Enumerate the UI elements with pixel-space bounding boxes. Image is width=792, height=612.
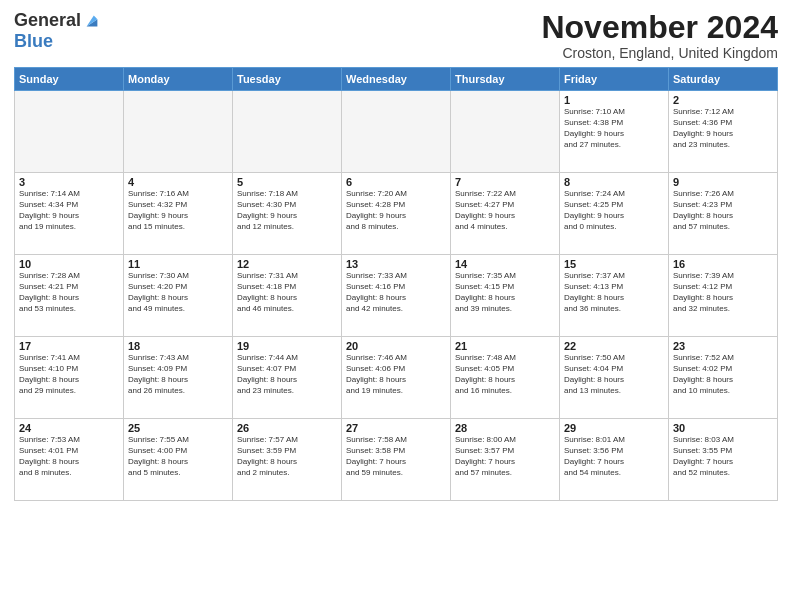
logo-icon <box>83 12 101 30</box>
day-cell-2-2: 12Sunrise: 7:31 AM Sunset: 4:18 PM Dayli… <box>233 255 342 337</box>
day-cell-0-1 <box>124 91 233 173</box>
day-number-2-6: 16 <box>673 258 773 270</box>
day-number-4-1: 25 <box>128 422 228 434</box>
day-cell-3-1: 18Sunrise: 7:43 AM Sunset: 4:09 PM Dayli… <box>124 337 233 419</box>
day-number-2-1: 11 <box>128 258 228 270</box>
day-info-4-1: Sunrise: 7:55 AM Sunset: 4:00 PM Dayligh… <box>128 435 228 478</box>
day-cell-0-3 <box>342 91 451 173</box>
day-number-2-4: 14 <box>455 258 555 270</box>
day-info-3-2: Sunrise: 7:44 AM Sunset: 4:07 PM Dayligh… <box>237 353 337 396</box>
day-number-2-3: 13 <box>346 258 446 270</box>
day-info-0-6: Sunrise: 7:12 AM Sunset: 4:36 PM Dayligh… <box>673 107 773 150</box>
day-number-3-5: 22 <box>564 340 664 352</box>
day-cell-1-4: 7Sunrise: 7:22 AM Sunset: 4:27 PM Daylig… <box>451 173 560 255</box>
day-cell-1-1: 4Sunrise: 7:16 AM Sunset: 4:32 PM Daylig… <box>124 173 233 255</box>
day-number-2-5: 15 <box>564 258 664 270</box>
month-title: November 2024 <box>541 10 778 45</box>
week-row-0: 1Sunrise: 7:10 AM Sunset: 4:38 PM Daylig… <box>15 91 778 173</box>
day-number-4-0: 24 <box>19 422 119 434</box>
day-cell-0-6: 2Sunrise: 7:12 AM Sunset: 4:36 PM Daylig… <box>669 91 778 173</box>
day-number-3-6: 23 <box>673 340 773 352</box>
logo-blue: Blue <box>14 31 53 52</box>
day-info-2-2: Sunrise: 7:31 AM Sunset: 4:18 PM Dayligh… <box>237 271 337 314</box>
day-number-4-5: 29 <box>564 422 664 434</box>
day-info-2-4: Sunrise: 7:35 AM Sunset: 4:15 PM Dayligh… <box>455 271 555 314</box>
day-cell-1-5: 8Sunrise: 7:24 AM Sunset: 4:25 PM Daylig… <box>560 173 669 255</box>
day-cell-2-6: 16Sunrise: 7:39 AM Sunset: 4:12 PM Dayli… <box>669 255 778 337</box>
day-info-3-4: Sunrise: 7:48 AM Sunset: 4:05 PM Dayligh… <box>455 353 555 396</box>
day-number-3-4: 21 <box>455 340 555 352</box>
day-cell-1-6: 9Sunrise: 7:26 AM Sunset: 4:23 PM Daylig… <box>669 173 778 255</box>
header: General Blue November 2024 Croston, Engl… <box>14 10 778 61</box>
header-monday: Monday <box>124 68 233 91</box>
day-cell-1-2: 5Sunrise: 7:18 AM Sunset: 4:30 PM Daylig… <box>233 173 342 255</box>
day-cell-4-2: 26Sunrise: 7:57 AM Sunset: 3:59 PM Dayli… <box>233 419 342 501</box>
day-cell-2-5: 15Sunrise: 7:37 AM Sunset: 4:13 PM Dayli… <box>560 255 669 337</box>
day-cell-1-0: 3Sunrise: 7:14 AM Sunset: 4:34 PM Daylig… <box>15 173 124 255</box>
day-cell-0-2 <box>233 91 342 173</box>
day-cell-0-4 <box>451 91 560 173</box>
day-cell-3-2: 19Sunrise: 7:44 AM Sunset: 4:07 PM Dayli… <box>233 337 342 419</box>
day-cell-3-3: 20Sunrise: 7:46 AM Sunset: 4:06 PM Dayli… <box>342 337 451 419</box>
week-row-2: 10Sunrise: 7:28 AM Sunset: 4:21 PM Dayli… <box>15 255 778 337</box>
day-info-1-2: Sunrise: 7:18 AM Sunset: 4:30 PM Dayligh… <box>237 189 337 232</box>
day-cell-4-0: 24Sunrise: 7:53 AM Sunset: 4:01 PM Dayli… <box>15 419 124 501</box>
day-info-2-6: Sunrise: 7:39 AM Sunset: 4:12 PM Dayligh… <box>673 271 773 314</box>
day-info-3-3: Sunrise: 7:46 AM Sunset: 4:06 PM Dayligh… <box>346 353 446 396</box>
day-cell-3-6: 23Sunrise: 7:52 AM Sunset: 4:02 PM Dayli… <box>669 337 778 419</box>
title-block: November 2024 Croston, England, United K… <box>541 10 778 61</box>
day-number-4-4: 28 <box>455 422 555 434</box>
day-cell-2-1: 11Sunrise: 7:30 AM Sunset: 4:20 PM Dayli… <box>124 255 233 337</box>
day-info-3-1: Sunrise: 7:43 AM Sunset: 4:09 PM Dayligh… <box>128 353 228 396</box>
day-cell-4-4: 28Sunrise: 8:00 AM Sunset: 3:57 PM Dayli… <box>451 419 560 501</box>
header-sunday: Sunday <box>15 68 124 91</box>
day-number-1-4: 7 <box>455 176 555 188</box>
page-container: General Blue November 2024 Croston, Engl… <box>0 0 792 612</box>
day-number-1-1: 4 <box>128 176 228 188</box>
day-cell-3-0: 17Sunrise: 7:41 AM Sunset: 4:10 PM Dayli… <box>15 337 124 419</box>
day-info-2-0: Sunrise: 7:28 AM Sunset: 4:21 PM Dayligh… <box>19 271 119 314</box>
header-tuesday: Tuesday <box>233 68 342 91</box>
day-info-2-5: Sunrise: 7:37 AM Sunset: 4:13 PM Dayligh… <box>564 271 664 314</box>
day-info-4-5: Sunrise: 8:01 AM Sunset: 3:56 PM Dayligh… <box>564 435 664 478</box>
day-cell-0-5: 1Sunrise: 7:10 AM Sunset: 4:38 PM Daylig… <box>560 91 669 173</box>
day-info-2-1: Sunrise: 7:30 AM Sunset: 4:20 PM Dayligh… <box>128 271 228 314</box>
header-saturday: Saturday <box>669 68 778 91</box>
day-info-3-5: Sunrise: 7:50 AM Sunset: 4:04 PM Dayligh… <box>564 353 664 396</box>
day-number-4-2: 26 <box>237 422 337 434</box>
week-row-4: 24Sunrise: 7:53 AM Sunset: 4:01 PM Dayli… <box>15 419 778 501</box>
day-info-4-0: Sunrise: 7:53 AM Sunset: 4:01 PM Dayligh… <box>19 435 119 478</box>
day-info-4-2: Sunrise: 7:57 AM Sunset: 3:59 PM Dayligh… <box>237 435 337 478</box>
header-friday: Friday <box>560 68 669 91</box>
day-info-0-5: Sunrise: 7:10 AM Sunset: 4:38 PM Dayligh… <box>564 107 664 150</box>
day-info-4-4: Sunrise: 8:00 AM Sunset: 3:57 PM Dayligh… <box>455 435 555 478</box>
week-row-1: 3Sunrise: 7:14 AM Sunset: 4:34 PM Daylig… <box>15 173 778 255</box>
day-info-1-0: Sunrise: 7:14 AM Sunset: 4:34 PM Dayligh… <box>19 189 119 232</box>
day-cell-4-5: 29Sunrise: 8:01 AM Sunset: 3:56 PM Dayli… <box>560 419 669 501</box>
day-number-1-0: 3 <box>19 176 119 188</box>
calendar-table: Sunday Monday Tuesday Wednesday Thursday… <box>14 67 778 501</box>
weekday-header-row: Sunday Monday Tuesday Wednesday Thursday… <box>15 68 778 91</box>
day-cell-2-0: 10Sunrise: 7:28 AM Sunset: 4:21 PM Dayli… <box>15 255 124 337</box>
location-subtitle: Croston, England, United Kingdom <box>541 45 778 61</box>
day-info-3-0: Sunrise: 7:41 AM Sunset: 4:10 PM Dayligh… <box>19 353 119 396</box>
day-cell-3-5: 22Sunrise: 7:50 AM Sunset: 4:04 PM Dayli… <box>560 337 669 419</box>
day-number-3-0: 17 <box>19 340 119 352</box>
day-number-1-6: 9 <box>673 176 773 188</box>
day-number-0-5: 1 <box>564 94 664 106</box>
day-number-0-6: 2 <box>673 94 773 106</box>
day-number-3-1: 18 <box>128 340 228 352</box>
day-info-1-1: Sunrise: 7:16 AM Sunset: 4:32 PM Dayligh… <box>128 189 228 232</box>
logo: General Blue <box>14 10 101 52</box>
day-info-4-6: Sunrise: 8:03 AM Sunset: 3:55 PM Dayligh… <box>673 435 773 478</box>
day-number-2-2: 12 <box>237 258 337 270</box>
day-number-3-3: 20 <box>346 340 446 352</box>
day-number-1-5: 8 <box>564 176 664 188</box>
day-info-1-6: Sunrise: 7:26 AM Sunset: 4:23 PM Dayligh… <box>673 189 773 232</box>
day-info-1-4: Sunrise: 7:22 AM Sunset: 4:27 PM Dayligh… <box>455 189 555 232</box>
day-cell-4-6: 30Sunrise: 8:03 AM Sunset: 3:55 PM Dayli… <box>669 419 778 501</box>
day-cell-2-3: 13Sunrise: 7:33 AM Sunset: 4:16 PM Dayli… <box>342 255 451 337</box>
header-wednesday: Wednesday <box>342 68 451 91</box>
day-info-1-5: Sunrise: 7:24 AM Sunset: 4:25 PM Dayligh… <box>564 189 664 232</box>
day-number-2-0: 10 <box>19 258 119 270</box>
